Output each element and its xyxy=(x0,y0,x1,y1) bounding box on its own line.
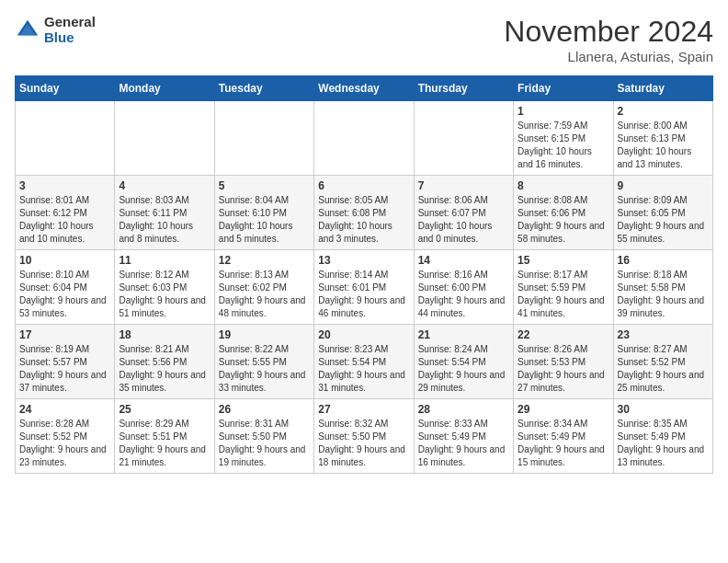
day-number: 10 xyxy=(19,254,110,267)
day-info: Sunrise: 8:35 AM Sunset: 5:49 PM Dayligh… xyxy=(618,418,709,469)
page-header: General Blue November 2024 Llanera, Astu… xyxy=(15,15,713,64)
day-number: 3 xyxy=(19,179,110,192)
calendar-cell: 22Sunrise: 8:26 AM Sunset: 5:53 PM Dayli… xyxy=(514,325,613,399)
calendar-cell: 5Sunrise: 8:04 AM Sunset: 6:10 PM Daylig… xyxy=(214,176,313,250)
day-info: Sunrise: 7:59 AM Sunset: 6:15 PM Dayligh… xyxy=(518,120,609,171)
day-info: Sunrise: 8:06 AM Sunset: 6:07 PM Dayligh… xyxy=(418,194,509,246)
calendar-week-row: 1Sunrise: 7:59 AM Sunset: 6:15 PM Daylig… xyxy=(16,101,713,176)
day-number: 16 xyxy=(618,254,709,267)
calendar-table: SundayMondayTuesdayWednesdayThursdayFrid… xyxy=(15,75,713,474)
calendar-cell: 2Sunrise: 8:00 AM Sunset: 6:13 PM Daylig… xyxy=(613,101,712,176)
calendar-cell xyxy=(16,101,115,176)
logo: General Blue xyxy=(15,15,96,45)
day-number: 30 xyxy=(618,403,709,416)
day-number: 26 xyxy=(219,403,310,416)
calendar-cell: 8Sunrise: 8:08 AM Sunset: 6:06 PM Daylig… xyxy=(514,176,613,250)
day-number: 20 xyxy=(318,328,409,341)
day-info: Sunrise: 8:31 AM Sunset: 5:50 PM Dayligh… xyxy=(219,418,310,469)
logo-general-text: General xyxy=(44,15,96,30)
day-info: Sunrise: 8:10 AM Sunset: 6:04 PM Dayligh… xyxy=(19,269,110,320)
logo-icon xyxy=(15,17,40,43)
calendar-week-row: 24Sunrise: 8:28 AM Sunset: 5:52 PM Dayli… xyxy=(16,399,713,474)
calendar-cell: 20Sunrise: 8:23 AM Sunset: 5:54 PM Dayli… xyxy=(314,325,414,399)
calendar-cell: 6Sunrise: 8:05 AM Sunset: 6:08 PM Daylig… xyxy=(314,176,414,250)
day-number: 8 xyxy=(518,179,609,192)
calendar-cell: 24Sunrise: 8:28 AM Sunset: 5:52 PM Dayli… xyxy=(16,399,115,474)
calendar-cell xyxy=(214,101,313,176)
day-info: Sunrise: 8:09 AM Sunset: 6:05 PM Dayligh… xyxy=(618,194,709,246)
day-info: Sunrise: 8:17 AM Sunset: 5:59 PM Dayligh… xyxy=(518,269,609,320)
day-number: 4 xyxy=(119,179,210,192)
day-info: Sunrise: 8:03 AM Sunset: 6:11 PM Dayligh… xyxy=(119,194,210,246)
day-number: 27 xyxy=(318,403,409,416)
day-number: 14 xyxy=(418,254,509,267)
day-number: 5 xyxy=(219,179,310,192)
day-number: 15 xyxy=(518,254,609,267)
day-info: Sunrise: 8:12 AM Sunset: 6:03 PM Dayligh… xyxy=(119,269,210,320)
calendar-cell: 25Sunrise: 8:29 AM Sunset: 5:51 PM Dayli… xyxy=(115,399,214,474)
calendar-cell xyxy=(115,101,214,176)
day-number: 1 xyxy=(518,105,609,118)
day-number: 7 xyxy=(418,179,509,192)
day-info: Sunrise: 8:00 AM Sunset: 6:13 PM Dayligh… xyxy=(618,120,709,171)
day-number: 25 xyxy=(119,403,210,416)
day-info: Sunrise: 8:01 AM Sunset: 6:12 PM Dayligh… xyxy=(19,194,110,246)
day-info: Sunrise: 8:27 AM Sunset: 5:52 PM Dayligh… xyxy=(618,343,709,395)
day-info: Sunrise: 8:16 AM Sunset: 6:00 PM Dayligh… xyxy=(418,269,509,320)
calendar-cell xyxy=(414,101,513,176)
day-of-week-header: Sunday xyxy=(16,76,115,101)
calendar-cell: 3Sunrise: 8:01 AM Sunset: 6:12 PM Daylig… xyxy=(16,176,115,250)
calendar-cell: 14Sunrise: 8:16 AM Sunset: 6:00 PM Dayli… xyxy=(414,250,513,325)
day-info: Sunrise: 8:23 AM Sunset: 5:54 PM Dayligh… xyxy=(318,343,409,395)
calendar-body: 1Sunrise: 7:59 AM Sunset: 6:15 PM Daylig… xyxy=(16,101,713,474)
day-info: Sunrise: 8:34 AM Sunset: 5:49 PM Dayligh… xyxy=(518,418,609,469)
day-number: 28 xyxy=(418,403,509,416)
day-info: Sunrise: 8:14 AM Sunset: 6:01 PM Dayligh… xyxy=(318,269,409,320)
day-number: 19 xyxy=(219,328,310,341)
day-info: Sunrise: 8:18 AM Sunset: 5:58 PM Dayligh… xyxy=(618,269,709,320)
calendar-week-row: 3Sunrise: 8:01 AM Sunset: 6:12 PM Daylig… xyxy=(16,176,713,250)
day-number: 23 xyxy=(618,328,709,341)
day-number: 12 xyxy=(219,254,310,267)
header-row: SundayMondayTuesdayWednesdayThursdayFrid… xyxy=(16,76,713,101)
calendar-cell: 27Sunrise: 8:32 AM Sunset: 5:50 PM Dayli… xyxy=(314,399,414,474)
logo-text: General Blue xyxy=(44,15,96,45)
calendar-cell: 12Sunrise: 8:13 AM Sunset: 6:02 PM Dayli… xyxy=(214,250,313,325)
day-number: 29 xyxy=(518,403,609,416)
calendar-cell: 17Sunrise: 8:19 AM Sunset: 5:57 PM Dayli… xyxy=(16,325,115,399)
calendar-cell: 16Sunrise: 8:18 AM Sunset: 5:58 PM Dayli… xyxy=(613,250,712,325)
calendar-cell: 4Sunrise: 8:03 AM Sunset: 6:11 PM Daylig… xyxy=(115,176,214,250)
day-number: 6 xyxy=(318,179,409,192)
calendar-cell: 9Sunrise: 8:09 AM Sunset: 6:05 PM Daylig… xyxy=(613,176,712,250)
calendar-header: SundayMondayTuesdayWednesdayThursdayFrid… xyxy=(16,76,713,101)
calendar-cell: 29Sunrise: 8:34 AM Sunset: 5:49 PM Dayli… xyxy=(514,399,613,474)
calendar-cell: 1Sunrise: 7:59 AM Sunset: 6:15 PM Daylig… xyxy=(514,101,613,176)
month-title: November 2024 xyxy=(504,15,713,49)
calendar-cell: 26Sunrise: 8:31 AM Sunset: 5:50 PM Dayli… xyxy=(214,399,313,474)
location-text: Llanera, Asturias, Spain xyxy=(504,49,713,64)
day-of-week-header: Friday xyxy=(514,76,613,101)
day-of-week-header: Monday xyxy=(115,76,214,101)
day-info: Sunrise: 8:28 AM Sunset: 5:52 PM Dayligh… xyxy=(19,418,110,469)
calendar-cell: 30Sunrise: 8:35 AM Sunset: 5:49 PM Dayli… xyxy=(613,399,712,474)
day-number: 9 xyxy=(618,179,709,192)
logo-blue-text: Blue xyxy=(44,30,96,46)
calendar-week-row: 10Sunrise: 8:10 AM Sunset: 6:04 PM Dayli… xyxy=(16,250,713,325)
day-info: Sunrise: 8:24 AM Sunset: 5:54 PM Dayligh… xyxy=(418,343,509,395)
day-info: Sunrise: 8:08 AM Sunset: 6:06 PM Dayligh… xyxy=(518,194,609,246)
calendar-week-row: 17Sunrise: 8:19 AM Sunset: 5:57 PM Dayli… xyxy=(16,325,713,399)
day-number: 2 xyxy=(618,105,709,118)
day-of-week-header: Thursday xyxy=(414,76,513,101)
day-number: 22 xyxy=(518,328,609,341)
day-of-week-header: Tuesday xyxy=(214,76,313,101)
day-info: Sunrise: 8:04 AM Sunset: 6:10 PM Dayligh… xyxy=(219,194,310,246)
title-area: November 2024 Llanera, Asturias, Spain xyxy=(504,15,713,64)
calendar-cell: 21Sunrise: 8:24 AM Sunset: 5:54 PM Dayli… xyxy=(414,325,513,399)
calendar-cell: 15Sunrise: 8:17 AM Sunset: 5:59 PM Dayli… xyxy=(514,250,613,325)
calendar-cell: 11Sunrise: 8:12 AM Sunset: 6:03 PM Dayli… xyxy=(115,250,214,325)
calendar-cell: 10Sunrise: 8:10 AM Sunset: 6:04 PM Dayli… xyxy=(16,250,115,325)
calendar-cell: 19Sunrise: 8:22 AM Sunset: 5:55 PM Dayli… xyxy=(214,325,313,399)
day-number: 21 xyxy=(418,328,509,341)
day-info: Sunrise: 8:13 AM Sunset: 6:02 PM Dayligh… xyxy=(219,269,310,320)
day-number: 13 xyxy=(318,254,409,267)
